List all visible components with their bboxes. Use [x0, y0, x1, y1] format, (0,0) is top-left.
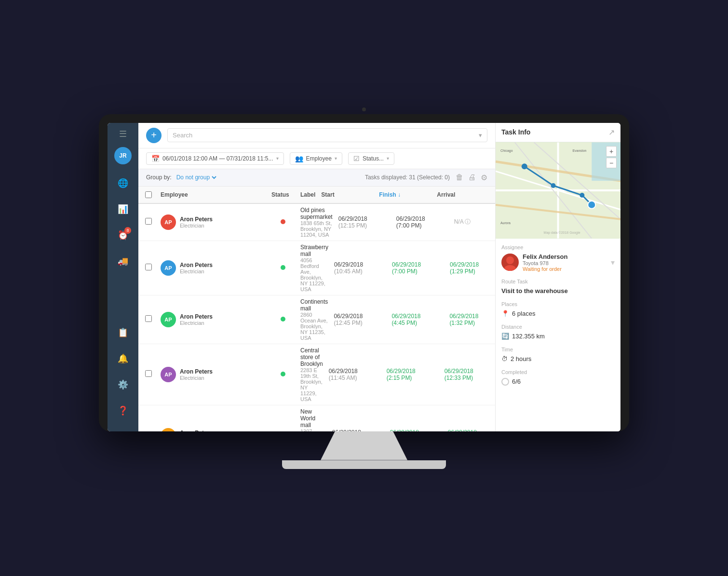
zoom-in-button[interactable]: + — [606, 146, 617, 157]
table-body: AP Aron Peters Electrician Old pines sup… — [138, 204, 495, 431]
status-cell — [269, 429, 297, 431]
finish-cell: 06/29/2018 (7:00 PM) — [389, 258, 447, 278]
date-filter[interactable]: 📅 06/01/2018 12:00 AM — 07/31/2018 11:5.… — [146, 152, 284, 165]
start-date: 06/29/2018 — [334, 261, 386, 268]
main-content: + Search ▾ 📅 06/01/2018 12:00 AM — 07/31… — [138, 123, 495, 431]
label-cell: Continents mall 2860 Ocean Ave, Brooklyn… — [297, 295, 331, 344]
svg-point-18 — [506, 256, 514, 264]
employee-info: Aron Peters Electrician — [180, 262, 213, 274]
clipboard-icon[interactable]: 📋 — [114, 323, 132, 342]
groupby-label: Group by: — [146, 174, 172, 181]
table-row[interactable]: AP Aron Peters Electrician New World mal… — [138, 405, 495, 431]
employee-cell: AP Aron Peters Electrician — [158, 425, 269, 431]
row-checkbox[interactable] — [142, 367, 158, 381]
panel-title: Task Info — [501, 128, 530, 136]
row-select-checkbox[interactable] — [145, 370, 152, 377]
time-row: ⏱ 2 hours — [501, 355, 615, 362]
finish-date: 06/29/2018 — [391, 313, 444, 320]
route-task-label: Route task — [501, 279, 615, 284]
svg-text:Map data ©2018 Google: Map data ©2018 Google — [544, 230, 580, 234]
header-employee[interactable]: Employee — [158, 187, 269, 203]
zoom-out-button[interactable]: − — [606, 158, 617, 168]
header-checkbox[interactable] — [142, 187, 158, 203]
clock-icon[interactable]: ⏰ 8 — [114, 226, 132, 244]
assignee-section: Assignee Felix Anderson — [501, 244, 615, 272]
label-cell: Strawberry mall 4056 Bedford Ave, Brookl… — [297, 241, 331, 295]
settings-icon[interactable]: ⚙ — [481, 173, 487, 182]
menu-icon[interactable]: ☰ — [119, 129, 127, 139]
employee-filter[interactable]: 👥 Employee ▾ — [290, 152, 342, 165]
start-time: (11:45 AM) — [329, 375, 381, 381]
truck-icon[interactable]: 🚚 — [114, 252, 132, 270]
monitor-base — [282, 460, 446, 469]
panel-close-button[interactable]: ↗ — [608, 128, 615, 137]
label-main: Central store of Brooklyn — [300, 347, 323, 367]
finish-date: 06/29/2018 — [390, 429, 442, 431]
employee-cell: AP Aron Peters Electrician — [158, 309, 269, 330]
time-section: Time ⏱ 2 hours — [501, 347, 615, 362]
status-cell — [269, 313, 297, 326]
start-date: 06/29/2018 — [338, 215, 391, 222]
table-row[interactable]: AP Aron Peters Electrician Old pines sup… — [138, 204, 495, 241]
sidebar-bottom: 📋 🔔 ⚙️ ❓ — [114, 323, 132, 426]
svg-point-9 — [551, 183, 556, 188]
toolbar-icons: 🗑 🖨 ⚙ — [456, 173, 487, 182]
people-icon: 👥 — [295, 155, 303, 162]
bar-chart-icon[interactable]: 📊 — [114, 200, 132, 218]
employee-cell: AP Aron Peters Electrician — [158, 364, 269, 385]
places-row: 📍 6 places — [501, 310, 615, 317]
completed-value: 6/6 — [512, 378, 521, 385]
notification-badge: 8 — [124, 227, 131, 234]
delete-icon[interactable]: 🗑 — [456, 173, 463, 182]
bell-icon[interactable]: 🔔 — [114, 349, 132, 368]
row-checkbox[interactable] — [142, 261, 158, 275]
employee-chevron-icon: ▾ — [335, 156, 337, 161]
checkbox-icon: ☑ — [353, 155, 360, 162]
table-row[interactable]: AP Aron Peters Electrician Central store… — [138, 344, 495, 405]
header-arrival[interactable]: Arrival — [434, 187, 492, 203]
header-label[interactable]: Label — [297, 187, 318, 203]
label-address: 1838 65th St, Brooklyn, NY 11204, USA — [300, 220, 333, 238]
status-filter[interactable]: ☑ Status... ▾ — [348, 152, 394, 165]
user-avatar[interactable]: JR — [114, 147, 132, 164]
row-checkbox[interactable] — [142, 312, 158, 326]
row-select-checkbox[interactable] — [145, 315, 152, 322]
header-status[interactable]: Status — [269, 187, 297, 203]
select-all-checkbox[interactable] — [145, 191, 152, 198]
calendar-icon: 📅 — [151, 155, 160, 162]
print-icon[interactable]: 🖨 — [468, 173, 476, 182]
label-main: New World mall — [300, 408, 326, 429]
finish-cell: 06/29/2018 (2:15 PM) — [387, 426, 445, 431]
assignee-name: Felix Anderson — [523, 253, 567, 260]
start-cell: 06/29/2018 (12:45 PM) — [331, 310, 389, 329]
header-finish[interactable]: Finish ↓ — [376, 187, 434, 203]
row-select-checkbox[interactable] — [145, 264, 152, 270]
arrival-cell: N/A ⓘ — [451, 215, 495, 229]
employee-name: Aron Peters — [180, 429, 213, 431]
svg-point-10 — [580, 192, 584, 197]
employee-role: Electrician — [180, 375, 213, 381]
groupby-select[interactable]: Do not group By employee By status — [175, 174, 218, 181]
row-select-checkbox[interactable] — [145, 218, 152, 225]
status-cell — [269, 262, 297, 274]
employee-role: Electrician — [180, 223, 213, 228]
finish-cell: 06/29/2018 (2:15 PM) — [384, 365, 442, 384]
arrival-cell: 06/29/2018(1:32 PM) — [446, 310, 495, 329]
row-checkbox[interactable] — [142, 215, 158, 229]
globe-icon[interactable]: 🌐 — [114, 174, 132, 192]
filterbar: 📅 06/01/2018 12:00 AM — 07/31/2018 11:5.… — [138, 148, 495, 169]
employee-info: Aron Peters Electrician — [180, 313, 213, 326]
question-icon[interactable]: ❓ — [114, 402, 132, 420]
add-button[interactable]: + — [146, 128, 162, 143]
topbar: + Search ▾ — [138, 123, 495, 148]
places-value: 6 places — [512, 310, 535, 317]
search-bar[interactable]: Search ▾ — [167, 128, 487, 142]
row-checkbox[interactable] — [142, 429, 158, 431]
header-start[interactable]: Start — [318, 187, 376, 203]
distance-icon: 🔄 — [501, 333, 509, 340]
table-row[interactable]: AP Aron Peters Electrician Continents ma… — [138, 295, 495, 344]
gear-icon[interactable]: ⚙️ — [114, 375, 132, 394]
table-row[interactable]: AP Aron Peters Electrician Strawberry ma… — [138, 241, 495, 295]
assignee-expand-icon[interactable]: ▾ — [611, 258, 615, 267]
tasks-display-info: Tasks displayed: 31 (Selected: 0) 🗑 🖨 ⚙ — [365, 173, 487, 182]
